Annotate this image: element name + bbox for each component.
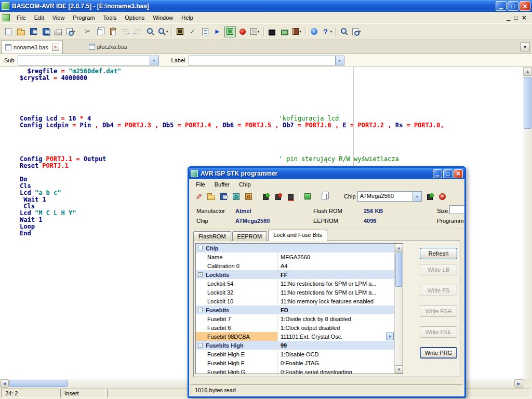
grid-row[interactable]: -LockbitsFF bbox=[196, 270, 394, 279]
chip-pinout-icon[interactable] bbox=[267, 26, 278, 37]
chevron-down-icon[interactable] bbox=[413, 192, 421, 201]
code-line[interactable]: Config PORTJ.1 = Output ' pin sterujący … bbox=[0, 156, 523, 163]
save-file-icon[interactable] bbox=[218, 191, 229, 202]
lcd-designer-icon[interactable] bbox=[279, 26, 290, 37]
horizontal-scrollbar-thumb[interactable] bbox=[9, 380, 68, 387]
compare-icon[interactable] bbox=[319, 191, 330, 202]
sub-combobox[interactable] bbox=[18, 56, 159, 65]
scroll-left-icon[interactable] bbox=[0, 379, 9, 388]
dialog-tab-lock-and-fuse-bits[interactable]: Lock and Fuse Bits bbox=[268, 230, 327, 241]
grid-row[interactable]: -Chip bbox=[196, 244, 394, 252]
tools-icon[interactable]: ▾ bbox=[249, 26, 261, 37]
grid-row[interactable]: Fusebit 61:Clock output disabled bbox=[196, 323, 394, 332]
grid-row[interactable]: Fusebit High F0:Enable JTAG bbox=[196, 358, 394, 367]
collapse-icon[interactable]: - bbox=[198, 246, 203, 250]
grid-row[interactable]: NameMEGA2560 bbox=[196, 252, 394, 261]
indent-icon[interactable] bbox=[119, 26, 131, 37]
paste-icon[interactable] bbox=[107, 26, 118, 37]
outdent-icon[interactable] bbox=[132, 26, 143, 37]
help-icon[interactable]: ▾ bbox=[321, 26, 333, 37]
zoom-icon[interactable] bbox=[338, 26, 350, 37]
menu-help[interactable]: Help bbox=[177, 12, 197, 23]
library-manager-icon[interactable]: ▾ bbox=[291, 26, 303, 37]
code-line[interactable]: Config Lcdpin = Pin , Db4 = PORTJ.3 , Db… bbox=[0, 122, 523, 129]
copy-icon[interactable] bbox=[95, 26, 106, 37]
code-line[interactable] bbox=[0, 88, 523, 95]
dropdown-arrow-icon[interactable]: ▾ bbox=[299, 30, 301, 34]
menu-tools[interactable]: Tools bbox=[99, 12, 121, 23]
identify-chip-icon[interactable] bbox=[424, 191, 436, 202]
stop-icon[interactable] bbox=[237, 26, 248, 37]
mdi-restore-icon[interactable] bbox=[514, 15, 518, 21]
find-icon[interactable] bbox=[144, 26, 156, 37]
collapse-icon[interactable]: - bbox=[198, 343, 203, 348]
write-buffer-to-chip-icon[interactable] bbox=[230, 191, 242, 202]
chevron-down-icon[interactable] bbox=[335, 56, 344, 65]
dropdown-arrow-icon[interactable]: ▾ bbox=[166, 30, 168, 34]
info-icon[interactable] bbox=[309, 26, 320, 37]
print-view-icon[interactable]: ▾ bbox=[351, 26, 362, 37]
find-replace-icon[interactable]: ▾ bbox=[157, 26, 169, 37]
value-dropdown-button[interactable]: ▼ bbox=[386, 332, 394, 340]
refresh-button[interactable]: Refresh bbox=[420, 248, 457, 259]
save-all-icon[interactable] bbox=[40, 26, 51, 37]
print-icon[interactable] bbox=[52, 26, 64, 37]
tab-płuczka-bas[interactable]: płuczka.bas bbox=[86, 41, 130, 53]
dialog-maximize-button[interactable] bbox=[443, 169, 453, 178]
write-prg-button[interactable]: Write PRG bbox=[420, 347, 457, 358]
close-button[interactable] bbox=[520, 1, 530, 11]
vertical-scrollbar-thumb[interactable] bbox=[524, 77, 531, 129]
tab-list-button[interactable] bbox=[520, 42, 530, 51]
open-file-icon[interactable] bbox=[205, 191, 217, 202]
menu-view[interactable]: View bbox=[48, 12, 69, 23]
print-preview-icon[interactable]: ▾ bbox=[65, 26, 76, 37]
grid-row[interactable]: -FusebitsFD bbox=[196, 305, 394, 314]
code-line[interactable] bbox=[0, 82, 523, 88]
program-chip-icon[interactable] bbox=[224, 26, 236, 37]
menu-chip[interactable]: Chip bbox=[235, 180, 255, 189]
collapse-icon[interactable]: - bbox=[198, 272, 203, 277]
code-line[interactable] bbox=[0, 142, 523, 149]
menu-file[interactable]: File bbox=[12, 12, 30, 23]
blank-check-icon[interactable] bbox=[272, 191, 284, 202]
cut-icon[interactable] bbox=[82, 26, 94, 37]
code-line[interactable] bbox=[0, 129, 523, 136]
code-line[interactable] bbox=[0, 136, 523, 142]
grid-row[interactable]: Calibration 0A4 bbox=[196, 261, 394, 270]
dropdown-arrow-icon[interactable]: ▾ bbox=[330, 30, 332, 34]
scroll-up-icon[interactable] bbox=[523, 67, 532, 76]
label-combobox[interactable] bbox=[189, 56, 344, 65]
editor-vertical-scrollbar[interactable] bbox=[523, 67, 532, 388]
grid-scrollbar-thumb[interactable] bbox=[395, 252, 402, 287]
code-line[interactable] bbox=[0, 102, 523, 109]
mdi-close-icon[interactable] bbox=[522, 14, 526, 22]
dialog-tab-flashrom[interactable]: FlashROM bbox=[193, 231, 231, 241]
save-file-icon[interactable] bbox=[28, 26, 39, 37]
menu-program[interactable]: Program bbox=[69, 12, 99, 23]
erase-buffer-icon[interactable] bbox=[193, 191, 204, 202]
auto-program-icon[interactable] bbox=[302, 191, 313, 202]
grid-row[interactable]: Fusebit 98DCBA111101:Ext. Crystal Osc.▼ bbox=[196, 332, 394, 341]
scroll-right-icon[interactable] bbox=[514, 379, 523, 388]
collapse-icon[interactable]: - bbox=[198, 308, 203, 312]
simulate-icon[interactable] bbox=[212, 26, 223, 37]
grid-row[interactable]: Fusebit High E1:Disable OCD bbox=[196, 350, 394, 358]
syntax-check-icon[interactable] bbox=[187, 26, 198, 37]
chevron-down-icon[interactable] bbox=[150, 56, 158, 65]
chip-combobox[interactable]: ATMega2560 bbox=[357, 191, 422, 202]
compile-icon[interactable] bbox=[175, 26, 186, 37]
menu-window[interactable]: Window bbox=[149, 12, 177, 23]
grid-row[interactable]: Lockbit 3211:No restrictions for SPM or … bbox=[196, 288, 394, 297]
scroll-up-icon[interactable] bbox=[395, 244, 403, 252]
grid-row[interactable]: Fusebit 71:Divide clock by 8 disabled bbox=[196, 314, 394, 323]
cancel-icon[interactable] bbox=[437, 191, 448, 202]
mdi-minimize-icon[interactable] bbox=[507, 15, 510, 21]
restore-button[interactable] bbox=[508, 1, 518, 11]
read-chip-to-buffer-icon[interactable] bbox=[243, 191, 254, 202]
minimize-button[interactable] bbox=[496, 1, 507, 11]
open-file-icon[interactable] bbox=[15, 26, 26, 37]
menu-file[interactable]: File bbox=[192, 180, 209, 189]
grid-scrollbar[interactable] bbox=[394, 244, 403, 374]
dialog-close-button[interactable] bbox=[454, 169, 463, 178]
menu-buffer[interactable]: Buffer bbox=[210, 180, 234, 189]
